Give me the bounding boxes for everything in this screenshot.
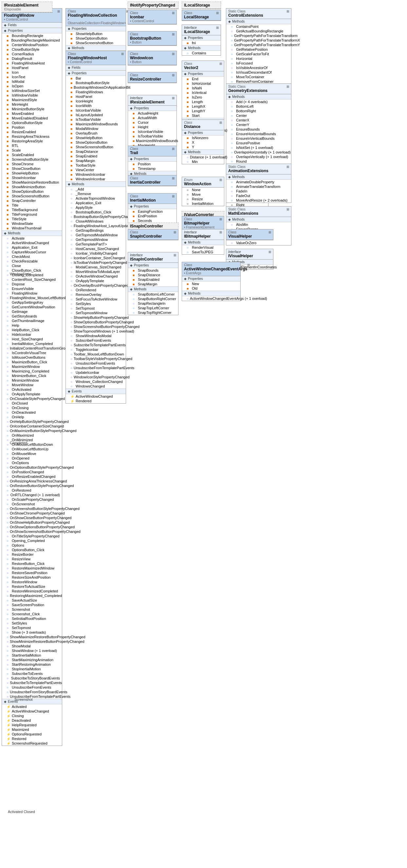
localstorage-expand[interactable]: ⊞	[216, 11, 219, 15]
distance-props: ◆ Properties	[182, 130, 224, 135]
ge-ensure-positive: ○EnsurePositive	[226, 141, 291, 145]
fw-host-header: Class FloatingWindowHost • ContentContro…	[66, 51, 126, 65]
event-closing: ⚡Closing	[2, 714, 62, 718]
meth-unsubscribe-storyboard: ○UnsubscribeFromStoryBoardEvents	[2, 690, 62, 694]
ilocalstorage-top-box: ILocalStorage	[182, 2, 221, 9]
meth-start-maximizing-anim: ○StartMaximizingAnimation	[2, 657, 62, 662]
inotify-box: INotifyPropertyChanged	[128, 2, 178, 9]
visual-helper-header: Class VisualHelper ⊞	[226, 229, 273, 240]
isnap-in-controller-name: ISnapInController	[130, 224, 163, 228]
meth-on-position-changed: ○OnPositionChanged	[2, 470, 62, 474]
prop-bounding-rect-max: ■BoundingRectangleMaximized	[2, 38, 62, 42]
localstorage-type: Class	[184, 11, 209, 15]
awe-ctor: ○ActiveWindowChangedEventArgs (+ 1 overl…	[182, 296, 240, 301]
trail-type: Class	[130, 147, 138, 151]
bitmap-helper-expand[interactable]: ⊞	[220, 217, 222, 221]
visual-helper-name: VisualHelper	[228, 234, 252, 239]
prop-screenshot-btn-style: ■ScreenshotButtonStyle	[2, 157, 62, 162]
geometry-ext-static: Static Class	[228, 85, 267, 88]
prop-is-open: ■IsOpen	[2, 84, 62, 88]
window-icon-expand[interactable]: ⊞	[172, 52, 175, 56]
meth-on-apply-template: ○OnApplyTemplate	[2, 392, 62, 396]
active-window-event-expand[interactable]: ⊞	[247, 263, 250, 267]
ge-add: ○Add (+ 4 overloads)	[226, 99, 291, 104]
fwh-is-toolbar-visible-prop: ○IsToolbarVisiblePropertyChanged	[66, 260, 126, 265]
ire-actual-width: ■ActualWidth	[128, 116, 176, 120]
fwh-bootstrap-btn-click: ○BootstrapButton_Click	[66, 210, 126, 214]
screenshot-label: Screenshot	[14, 698, 33, 702]
prop-bounding-rect: ■BoundingRectangle	[2, 33, 62, 38]
fwh-windows-changed: ○WindowsChanged	[66, 384, 126, 389]
isnap-in-controller-header: ISnapInController	[128, 223, 178, 230]
snap-in-controller-type: Class	[130, 230, 162, 234]
ae-fade-in: ○FadeIn	[226, 189, 291, 193]
vector2-expand[interactable]: ⊞	[220, 62, 222, 65]
iresizable-top-box: IResizableElement IDisposable	[2, 2, 52, 13]
floating-window-expand[interactable]: ⊞	[57, 9, 60, 13]
iconbar-expand[interactable]: ⊞	[172, 11, 175, 15]
ge-bottom-left: ○BottomLeft	[226, 104, 291, 108]
control-ext-header: Static Class ControlExtensions ⊞	[226, 8, 291, 19]
geometry-ext-expand[interactable]: ⊞	[287, 85, 289, 88]
trail-timestamp: ■Timestamp	[128, 166, 176, 171]
fwh-maximized-window-bounds: ■MaximizedWindowBounds	[66, 122, 126, 126]
control-ext-expand[interactable]: ⊞	[287, 9, 289, 13]
ge-center: ○Center	[226, 113, 291, 118]
visual-helper-expand[interactable]: ⊞	[268, 230, 271, 234]
control-ext-methods-section: ◆ Methods	[226, 19, 291, 24]
prop-close-btn-style: ■CloseButtonStyle	[2, 47, 62, 52]
meth-on-show-help-btn: ○OnShowHelpButtonPropertyChanged	[2, 520, 62, 525]
trail-expand[interactable]: ⊞	[172, 147, 175, 151]
ce-is-focused: ○IsFocused	[226, 61, 291, 65]
fw-host-expand[interactable]: ⊞	[121, 52, 124, 56]
prop-resize-enabled: ■ResizeEnabled	[2, 130, 62, 134]
wa-resize: ○Resize	[182, 197, 224, 201]
iresizable-props: ◆ Properties	[128, 106, 176, 111]
math-ext-expand[interactable]: ⊞	[287, 208, 289, 211]
meth-save-screen-pos: ○SaveScreenPosition	[2, 602, 62, 607]
prop-restoring-area-style: ■RestoringAreaStyle	[2, 139, 62, 143]
prop-window-thumbnail: ■WindowThumbnail	[2, 226, 62, 230]
ilocalstorage-expand[interactable]: ⊞	[216, 26, 219, 29]
prop-position: ■Position	[2, 125, 62, 130]
meth-save-actual-size: ○SaveActualSize	[2, 598, 62, 602]
meth-on-show-chrome: ○OnShowChromePropertyChanged	[2, 511, 62, 516]
vector2-name: Vector2	[184, 65, 198, 70]
prop-fw-host: ■FloatingWindowHost	[2, 61, 62, 65]
snap-in-controller-expand[interactable]: ⊞	[174, 230, 176, 234]
window-icon-name: WindowIcon	[130, 56, 153, 60]
bootstrap-btn-box: Class BootstrapButton • Button ⊞	[128, 31, 177, 46]
resize-controller-expand[interactable]: ⊞	[172, 73, 175, 77]
fwh-add: ○_Add	[66, 187, 126, 191]
animation-ext-expand[interactable]: ⊞	[287, 165, 289, 168]
bitmap-helper-box: Class BitmapHelper • FrameworkElement ⊞	[182, 216, 224, 231]
inertial-motion-expand[interactable]: ⊞	[172, 194, 175, 198]
ibitmap-helper-iface-expand[interactable]: ⊞	[220, 230, 222, 234]
iresizable-expand[interactable]: ⊞	[172, 96, 175, 100]
isnap-in-expand[interactable]: ⊞	[174, 253, 176, 257]
inotify-name: INotifyPropertyChanged	[130, 3, 175, 7]
prop-minimize-btn-style: ■MinimizeButtonStyle	[2, 107, 62, 111]
ivisual-helper-expand[interactable]: ⊞	[268, 250, 271, 254]
event-maximized: ⚡Maximized	[2, 727, 62, 732]
distance-expand[interactable]: ⊞	[220, 121, 222, 124]
meth-subscribe-template: ○SubscribeToTemplatePartEvents	[2, 680, 62, 685]
meth-on-max-btn-style: ○OnMaximizeButtonStylePropertyChanged	[2, 428, 62, 433]
isi-snap-bounds: ■SnapBounds	[128, 268, 178, 273]
fwh-show-window-modal: ○ShowWindowAsModal	[66, 334, 126, 338]
control-ext-box: Static Class ControlExtensions ⊞ ◆ Metho…	[226, 8, 291, 93]
meth-on-help: ○OnHelp	[2, 415, 62, 419]
ire-cursor: ■Cursor	[128, 120, 176, 125]
window-action-expand[interactable]: ⊞	[220, 178, 222, 182]
meth-unsubscribe-events: ○UnsubscribeFromEvents	[2, 685, 62, 690]
geometry-ext-header: Static Class GeometryExtensions ⊞	[226, 84, 291, 94]
ge-ensure-horizontal: ○EnsureHorizontalBounds	[226, 131, 291, 136]
bootstrap-btn-expand[interactable]: ⊞	[172, 32, 175, 36]
fwh-on-rendered: ○OnRendered	[66, 288, 126, 292]
ae-fade-out: ○FadeOut	[226, 193, 291, 198]
fwh-set-focus-active: ○SetFocusToActiveWindow	[66, 297, 126, 302]
inertia-controller-expand[interactable]: ⊞	[172, 177, 175, 180]
dist-is-nonzero: ■IsNonzero	[182, 135, 224, 140]
fwh-overlay-brush: ■OverlayBrush	[66, 131, 126, 135]
iconbar-name: Iconbar	[130, 15, 154, 19]
